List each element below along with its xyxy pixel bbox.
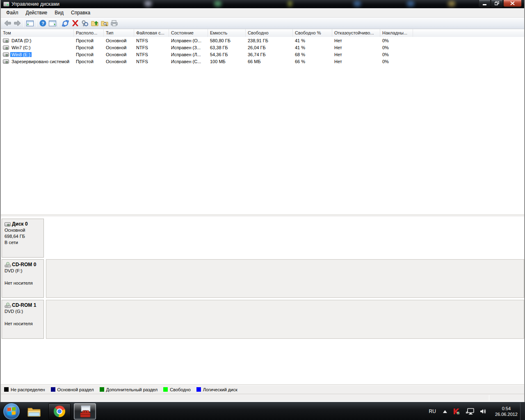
table-row[interactable]: Win7 (C:) Простой Основной NTFS Исправен… [1,44,524,51]
cdrom-icon [5,303,11,308]
legend-swatch [196,387,201,392]
legend-swatch [100,387,104,392]
clock-time: 0:54 [495,406,518,411]
volume-icon [3,46,9,50]
clock-date: 26.06.2012 [495,411,518,417]
table-row[interactable]: Зарезервировано системой Простой Основно… [1,58,524,65]
cdrom1-drive: DVD (G:) [5,308,42,315]
table-row-selected[interactable]: Win8 (E:) Простой Основной NTFS Исправен… [1,51,524,58]
volume-tray-icon[interactable] [480,408,487,415]
disk0-status: В сети [5,240,42,246]
volume-list: Том Располо... Тип Файловая с... Состоян… [1,29,524,215]
status-bar [1,394,524,401]
col-fs[interactable]: Файловая с... [134,29,169,37]
toolbar: ? [1,18,524,29]
volume-icon [3,39,9,43]
show-desktop-button[interactable] [520,402,525,420]
taskbar: RU 0:54 26.06.2012 [0,402,525,420]
legend-swatch [163,387,168,392]
disk-management-window: Управление дисками Файл Действие Вид Спр… [0,0,525,402]
tools-icon[interactable] [80,19,90,28]
app-icon [3,2,9,7]
disk0-label[interactable]: Диск 0 Основной 698,64 ГБ В сети [2,219,44,258]
menu-bar: Файл Действие Вид Справка [1,8,524,18]
clock[interactable]: 0:54 26.06.2012 [495,406,518,417]
folder-up-icon[interactable] [90,19,100,28]
disk0-size: 698,64 ГБ [5,233,42,240]
legend-primary-partition: Основной раздел [51,387,94,392]
menu-action[interactable]: Действие [22,9,51,17]
col-capacity[interactable]: Емкость [208,29,246,37]
cdrom1-status: Нет носителя [5,321,42,327]
start-button[interactable] [3,403,20,420]
col-overhead[interactable]: Накладны... [380,29,413,37]
language-indicator[interactable]: RU [425,409,440,414]
system-tray: RU 0:54 26.06.2012 [425,402,519,420]
printer-icon[interactable] [110,19,119,28]
col-volume[interactable]: Том [1,29,74,37]
restore-button[interactable] [491,0,503,7]
menu-file[interactable]: Файл [2,9,22,17]
legend-bar: Не распределен Основной раздел Дополните… [1,385,524,394]
legend-extended-partition: Дополнительный раздел [100,387,158,392]
legend-swatch [51,387,55,392]
menu-help[interactable]: Справка [67,9,94,17]
col-status[interactable]: Состояние [169,29,208,37]
col-fault[interactable]: Отказоустойчиво... [332,29,380,37]
legend-unallocated: Не распределен [4,387,45,392]
chrome-taskbar-button[interactable] [48,403,71,420]
refresh-icon[interactable] [60,19,70,28]
action-pane-icon[interactable] [48,19,57,28]
network-tray-icon[interactable] [466,408,474,415]
folder-find-icon[interactable] [100,19,110,28]
desktop: Управление дисками Файл Действие Вид Спр… [0,0,525,420]
graphical-view: Диск 0 Основной 698,64 ГБ В сети Зарезер… [1,217,524,385]
delete-icon[interactable] [70,19,80,28]
antivirus-tray-icon[interactable] [453,408,460,415]
help-icon[interactable]: ? [38,19,48,28]
chrome-icon [54,406,65,417]
col-free[interactable]: Свободно [246,29,293,37]
col-type[interactable]: Тип [104,29,134,37]
back-icon[interactable] [2,19,12,28]
col-layout[interactable]: Располо... [74,29,104,37]
menu-view[interactable]: Вид [51,9,67,17]
disk0-type: Основной [5,227,42,233]
legend-free-space: Свободно [163,387,191,392]
legend-logical-drive: Логический диск [196,387,237,392]
cdrom1-label[interactable]: CD-ROM 1 DVD (G:) Нет носителя [2,300,44,339]
volume-icon [3,52,9,57]
disk-icon [5,222,11,226]
console-tree-icon[interactable] [25,19,35,28]
window-title: Управление дисками [11,1,59,7]
forward-icon[interactable] [12,19,22,28]
legend-swatch [4,387,9,392]
explorer-taskbar-button[interactable] [23,403,45,420]
hidden-icons-chevron[interactable] [443,410,447,413]
col-filler [413,29,524,37]
disk-management-taskbar-button[interactable] [74,403,96,420]
cdrom1-media-area[interactable] [46,300,524,339]
title-bar[interactable]: Управление дисками [1,0,524,8]
volume-icon [3,59,9,64]
col-free-pct[interactable]: Свободно % [293,29,332,37]
volume-list-header: Том Располо... Тип Файловая с... Состоян… [1,29,524,37]
cdrom0-label[interactable]: CD-ROM 0 DVD (F:) Нет носителя [2,259,44,298]
close-button[interactable] [503,0,522,7]
table-row[interactable]: DATA (D:) Простой Основной NTFS Исправен… [1,37,524,44]
cdrom0-drive: DVD (F:) [5,268,42,274]
explorer-icon [27,406,41,417]
cdrom-icon [5,262,11,267]
cdrom0-media-area[interactable] [46,259,524,298]
minimize-button[interactable] [479,0,491,7]
cdrom0-status: Нет носителя [5,280,42,286]
toolbox-icon [78,405,92,418]
svg-text:?: ? [41,21,44,26]
